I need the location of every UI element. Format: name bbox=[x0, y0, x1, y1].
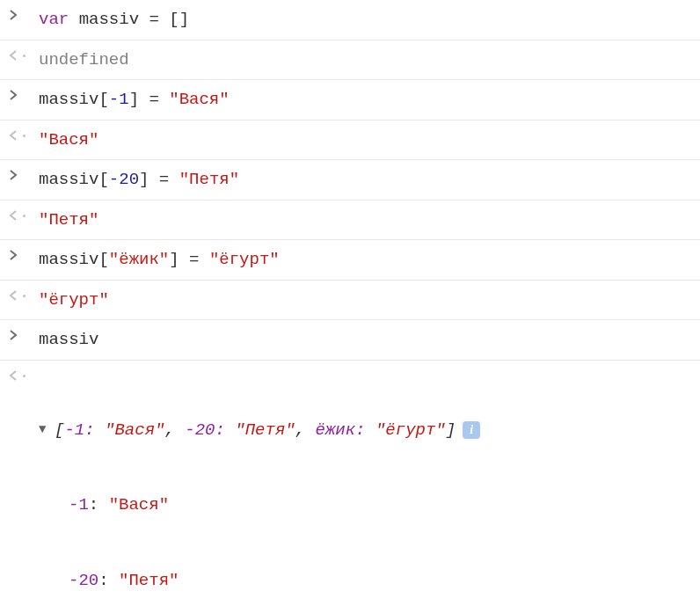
string-token: "Вася" bbox=[169, 90, 229, 109]
key-token: -20: bbox=[185, 420, 225, 440]
bracket-token: [ bbox=[98, 90, 108, 109]
bracket-token: ] bbox=[446, 420, 456, 440]
output-value: "Петя" bbox=[39, 208, 700, 233]
dot-icon bbox=[23, 135, 26, 137]
variable-token: massiv bbox=[39, 250, 98, 269]
info-icon[interactable]: i bbox=[463, 421, 480, 439]
number-token: -1 bbox=[109, 90, 129, 109]
input-prompt-icon bbox=[7, 167, 39, 181]
input-prompt-icon bbox=[7, 247, 39, 261]
console-output-row: undefined bbox=[0, 40, 700, 81]
property-row[interactable]: -20: "Петя" bbox=[39, 568, 700, 594]
variable-token: massiv bbox=[79, 10, 139, 29]
variable-token: massiv bbox=[39, 90, 98, 109]
console-input-row[interactable]: massiv[-1] = "Вася" bbox=[0, 80, 700, 120]
property-row[interactable]: -1: "Вася" bbox=[39, 493, 700, 518]
console-output-row: "ёгурт" bbox=[0, 281, 700, 321]
code-line: massiv[-1] = "Вася" bbox=[39, 87, 700, 113]
variable-token: massiv bbox=[39, 330, 98, 349]
output-value: "ёгурт" bbox=[39, 288, 700, 313]
operator-token: = bbox=[189, 250, 199, 269]
bracket-token: [] bbox=[169, 10, 189, 29]
prop-key: -1 bbox=[69, 495, 89, 514]
operator-token: = bbox=[149, 10, 158, 29]
bracket-token: ] bbox=[169, 250, 179, 269]
keyword-token: var bbox=[39, 10, 69, 29]
prop-value: "Петя" bbox=[119, 571, 179, 590]
string-token: "Петя" bbox=[179, 170, 239, 189]
console-output-row: "Вася" bbox=[0, 120, 700, 161]
operator-token: = bbox=[149, 90, 158, 109]
string-token: "Вася" bbox=[105, 420, 164, 440]
string-token: "ёжик" bbox=[109, 250, 169, 269]
input-prompt-icon bbox=[7, 327, 39, 341]
key-token: ёжик: bbox=[316, 420, 366, 440]
string-token: "ёгурт" bbox=[209, 250, 280, 269]
dot-icon bbox=[23, 295, 26, 297]
disclosure-open-icon[interactable]: ▼ bbox=[39, 420, 55, 439]
expanded-content: ▼ [-1: "Вася", -20: "Петя", ёжик: "ёгурт… bbox=[39, 368, 700, 614]
bracket-token: [ bbox=[98, 250, 108, 269]
code-line: massiv["ёжик"] = "ёгурт" bbox=[39, 247, 700, 273]
string-token: "Вася" bbox=[39, 130, 98, 150]
comma-token: , bbox=[164, 420, 174, 440]
dot-icon bbox=[23, 55, 26, 57]
console-input-row[interactable]: var massiv = [] bbox=[0, 0, 700, 40]
prop-key: -20 bbox=[69, 571, 98, 590]
key-token: -1: bbox=[64, 420, 94, 440]
bracket-token: [ bbox=[98, 170, 108, 189]
console-input-row[interactable]: massiv[-20] = "Петя" bbox=[0, 160, 700, 201]
bracket-token: ] bbox=[129, 90, 139, 109]
number-token: -20 bbox=[109, 170, 139, 189]
comma-token: , bbox=[295, 420, 305, 440]
console-output-row: "Петя" bbox=[0, 201, 700, 241]
string-token: "Петя" bbox=[235, 420, 295, 440]
string-token: "Петя" bbox=[39, 210, 98, 230]
console-output-expanded: ▼ [-1: "Вася", -20: "Петя", ёжик: "ёгурт… bbox=[0, 361, 700, 614]
code-line: massiv[-20] = "Петя" bbox=[39, 167, 700, 193]
string-token: "ёгурт" bbox=[39, 290, 109, 310]
console-input-row[interactable]: massiv["ёжик"] = "ёгурт" bbox=[0, 240, 700, 281]
prop-value: "Вася" bbox=[109, 495, 169, 514]
undefined-token: undefined bbox=[39, 50, 129, 69]
dot-icon bbox=[23, 215, 26, 217]
input-prompt-icon bbox=[7, 87, 39, 101]
string-token: "ёгурт" bbox=[376, 420, 446, 440]
output-value: "Вася" bbox=[39, 128, 700, 153]
variable-token: massiv bbox=[39, 170, 98, 189]
output-value: undefined bbox=[39, 47, 700, 73]
bracket-token: [ bbox=[55, 420, 64, 440]
object-summary[interactable]: ▼ [-1: "Вася", -20: "Петя", ёжик: "ёгурт… bbox=[39, 418, 700, 443]
code-line: massiv bbox=[39, 327, 700, 353]
dot-icon bbox=[23, 375, 26, 377]
bracket-token: ] bbox=[139, 170, 149, 189]
input-prompt-icon bbox=[7, 7, 39, 21]
code-line: var massiv = [] bbox=[39, 7, 700, 33]
console-input-row[interactable]: massiv bbox=[0, 320, 700, 361]
operator-token: = bbox=[159, 170, 169, 189]
